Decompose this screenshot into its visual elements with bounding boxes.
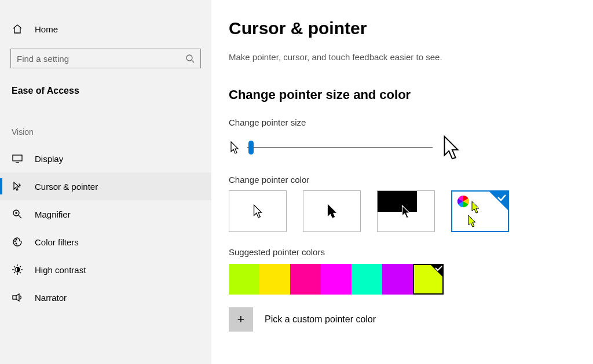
sidebar: Home Ease of Access Vision Display Curso…	[0, 0, 211, 364]
pointer-size-row	[229, 133, 576, 162]
color-swatch[interactable]	[382, 264, 413, 295]
contrast-icon	[12, 264, 23, 275]
sidebar-item-label: Narrator	[35, 293, 67, 303]
pointer-color-options	[229, 190, 576, 232]
sidebar-item-narrator[interactable]: Narrator	[0, 284, 211, 311]
pointer-color-black[interactable]	[303, 190, 361, 232]
group-label: Vision	[0, 123, 211, 141]
sidebar-item-label: Display	[35, 154, 63, 164]
pointer-color-inverted[interactable]	[377, 190, 435, 232]
search-field[interactable]	[17, 54, 185, 64]
cursor-icon	[12, 181, 23, 192]
sidebar-item-high-contrast[interactable]: High contrast	[0, 256, 211, 284]
custom-color-button[interactable]: +	[229, 307, 253, 332]
sidebar-item-label: Cursor & pointer	[35, 182, 98, 192]
color-swatch[interactable]	[352, 264, 382, 295]
color-swatch[interactable]	[259, 264, 290, 295]
page-description: Make pointer, cursor, and touch feedback…	[229, 52, 576, 62]
color-swatch[interactable]	[321, 264, 352, 295]
pointer-size-label: Change pointer size	[229, 117, 576, 127]
palette-icon	[12, 236, 23, 248]
content-area: Cursor & pointer Make pointer, cursor, a…	[211, 0, 593, 364]
search-icon	[185, 54, 195, 63]
large-cursor-icon	[440, 133, 463, 162]
svg-rect-2	[13, 155, 22, 161]
svg-line-17	[20, 272, 21, 273]
svg-line-1	[192, 60, 194, 62]
pointer-size-slider[interactable]	[247, 141, 433, 155]
sidebar-item-display[interactable]: Display	[0, 145, 211, 172]
home-label: Home	[35, 24, 58, 34]
narrator-icon	[12, 292, 23, 303]
pointer-color-label: Change pointer color	[229, 175, 576, 185]
plus-icon: +	[237, 312, 245, 327]
svg-line-18	[14, 272, 15, 273]
sidebar-item-label: Magnifier	[35, 209, 71, 219]
svg-point-10	[16, 243, 17, 244]
suggested-colors-label: Suggested pointer colors	[229, 247, 576, 257]
sidebar-item-label: Color filters	[35, 237, 79, 247]
settings-category: Ease of Access	[0, 80, 211, 102]
section-heading: Change pointer size and color	[229, 87, 576, 102]
svg-line-5	[19, 215, 21, 218]
color-swatch[interactable]	[413, 264, 444, 295]
custom-color-label: Pick a custom pointer color	[265, 314, 376, 325]
pointer-color-white[interactable]	[229, 190, 287, 232]
svg-point-9	[16, 239, 17, 240]
small-cursor-icon	[229, 140, 240, 155]
svg-line-16	[14, 266, 15, 267]
sidebar-item-color-filters[interactable]: Color filters	[0, 228, 211, 256]
search-input[interactable]	[10, 49, 201, 68]
sidebar-item-cursor-pointer[interactable]: Cursor & pointer	[0, 172, 211, 200]
home-button[interactable]: Home	[0, 17, 211, 41]
display-icon	[12, 153, 23, 164]
svg-line-19	[20, 266, 21, 267]
svg-rect-20	[13, 296, 16, 299]
sidebar-item-magnifier[interactable]: Magnifier	[0, 200, 211, 228]
page-title: Cursor & pointer	[229, 19, 576, 38]
pointer-color-custom[interactable]	[451, 190, 509, 232]
color-swatch[interactable]	[229, 264, 259, 295]
svg-point-8	[14, 241, 16, 242]
svg-marker-21	[489, 192, 508, 210]
color-swatch[interactable]	[290, 264, 321, 295]
custom-color-row: + Pick a custom pointer color	[229, 307, 576, 332]
magnifier-icon	[12, 208, 23, 220]
home-icon	[12, 23, 23, 35]
svg-point-0	[186, 55, 192, 61]
sidebar-item-label: High contrast	[35, 265, 86, 275]
suggested-color-swatches	[229, 264, 576, 295]
